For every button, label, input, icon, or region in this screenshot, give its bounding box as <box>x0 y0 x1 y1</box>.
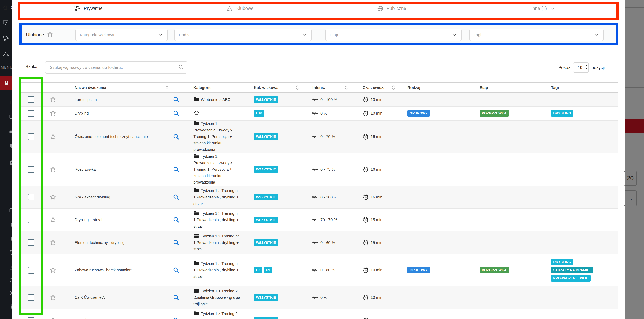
preview-icon[interactable] <box>173 134 180 140</box>
preview-icon[interactable] <box>173 267 180 274</box>
select-placeholder: Rodzaj <box>179 32 192 37</box>
sort-icon[interactable] <box>165 85 169 90</box>
star-icon[interactable] <box>49 317 57 319</box>
filter-select-rodzaj[interactable]: Rodzaj <box>174 29 312 41</box>
star-icon[interactable] <box>49 266 57 274</box>
star-icon[interactable] <box>49 216 57 224</box>
star-icon[interactable] <box>49 194 57 201</box>
star-icon[interactable] <box>49 166 57 173</box>
star-icon[interactable] <box>46 31 54 38</box>
cell-preview <box>173 106 188 120</box>
age-badges: WSZYSTKIE <box>254 96 278 103</box>
category-text: Tydzien 1. Prowadzenia i zwody > Trening… <box>194 122 233 152</box>
sort-icon[interactable] <box>295 85 300 90</box>
tab-klubowe[interactable]: Klubowe <box>164 0 316 18</box>
preview-icon[interactable] <box>173 110 180 117</box>
exercise-name[interactable]: Lorem ipsum <box>75 98 97 102</box>
spinner-icon[interactable] <box>585 64 588 71</box>
star-icon[interactable] <box>49 133 57 140</box>
filter-select-tagi[interactable]: Tagi <box>470 29 604 41</box>
sort-icon[interactable] <box>165 85 169 90</box>
star-icon[interactable] <box>49 110 57 117</box>
preview-icon[interactable] <box>173 317 180 319</box>
preview-icon[interactable] <box>173 96 180 103</box>
header-age[interactable]: Kat. wiekowa <box>246 83 303 92</box>
star-icon[interactable] <box>49 294 57 301</box>
star-icon[interactable] <box>49 194 57 201</box>
sort-icon[interactable] <box>391 85 396 90</box>
row-checkbox[interactable] <box>28 294 34 301</box>
preview-icon[interactable] <box>173 216 180 223</box>
star-icon[interactable] <box>49 239 57 246</box>
cell-intensity: 0 % <box>303 106 352 120</box>
preview-icon[interactable] <box>173 110 180 117</box>
star-icon[interactable] <box>49 110 57 117</box>
row-checkbox[interactable] <box>28 267 34 274</box>
star-icon[interactable] <box>49 166 57 173</box>
exercise-name[interactable]: Cz.G Ćwiczenie B <box>75 318 106 319</box>
page-size-input[interactable] <box>576 65 584 70</box>
preview-icon[interactable] <box>173 166 180 173</box>
filter-select-kategoria-wiekowa[interactable]: Kategoria wiekowa <box>76 29 168 41</box>
sort-icon[interactable] <box>344 85 349 90</box>
header-czas[interactable]: Czas ćwicz. <box>352 83 399 92</box>
category-path: Tydzien 1. Prowadzenia i zwody > Trening… <box>194 120 242 153</box>
exercise-name[interactable]: Cz.K Ćwiczenie A <box>75 295 105 300</box>
star-icon[interactable] <box>49 216 57 224</box>
preview-icon[interactable] <box>173 166 180 173</box>
row-checkbox[interactable] <box>28 96 34 103</box>
row-checkbox[interactable] <box>28 134 34 140</box>
sort-icon[interactable] <box>391 85 396 90</box>
row-checkbox[interactable] <box>28 166 34 173</box>
stepper-arrows-icon[interactable] <box>585 64 588 70</box>
preview-icon[interactable] <box>173 239 180 246</box>
pagination-label-before: Pokaż <box>558 65 570 70</box>
sort-icon[interactable] <box>344 85 349 90</box>
sort-icon[interactable] <box>295 85 300 90</box>
tab-inne-1-[interactable]: Inne (1) <box>467 0 619 18</box>
tab-prywatne[interactable]: Prywatne <box>12 0 164 18</box>
header-int[interactable]: Intens. <box>303 83 352 92</box>
star-icon[interactable] <box>49 294 57 301</box>
row-checkbox[interactable] <box>28 110 34 117</box>
star-icon[interactable] <box>46 31 54 40</box>
cell-category: Tydzien 1 > Trening 2. Działania Grupowe… <box>188 309 246 319</box>
favorites-toggle[interactable]: Ulubione <box>26 25 54 45</box>
star-icon[interactable] <box>49 266 57 274</box>
row-checkbox[interactable] <box>28 317 34 319</box>
exercise-name[interactable]: Element techniczny - drybling <box>75 240 125 245</box>
filter-select-etap[interactable]: Etap <box>325 29 462 41</box>
exercise-name[interactable]: Rozgrzewka <box>75 167 96 172</box>
exercise-name[interactable]: Gra - akcent drybling <box>75 195 110 200</box>
cell-tags <box>542 209 618 231</box>
star-icon[interactable] <box>49 133 57 140</box>
row-checkbox[interactable] <box>28 239 34 246</box>
tab-publiczne[interactable]: Publiczne <box>316 0 467 18</box>
exercise-name[interactable]: Drybling + strzał <box>75 218 102 222</box>
preview-icon[interactable] <box>173 239 180 246</box>
preview-icon[interactable] <box>173 294 180 301</box>
exercise-name[interactable]: Zabawa ruchowa "berek samolot" <box>75 268 132 272</box>
preview-icon[interactable] <box>173 294 180 301</box>
preview-icon[interactable] <box>173 194 180 200</box>
intensity-value: 0 % <box>312 110 327 116</box>
exercise-name[interactable]: Ćwiczenie - element technicznyt nauczani… <box>75 134 148 139</box>
cell-checkbox <box>20 93 42 106</box>
preview-icon[interactable] <box>173 317 180 319</box>
row-checkbox[interactable] <box>28 216 34 223</box>
row-checkbox[interactable] <box>28 194 34 200</box>
star-icon[interactable] <box>49 239 57 246</box>
preview-icon[interactable] <box>173 267 180 274</box>
search-input[interactable] <box>45 61 187 74</box>
preview-icon[interactable] <box>173 96 180 103</box>
star-icon[interactable] <box>49 317 57 319</box>
star-icon[interactable] <box>49 96 57 103</box>
exercise-name[interactable]: Drybling <box>75 111 89 116</box>
preview-icon[interactable] <box>173 194 180 200</box>
header-label: Czas ćwicz. <box>362 86 384 90</box>
header-name[interactable]: Nazwa ćwiczenia <box>63 83 173 92</box>
preview-icon[interactable] <box>173 134 180 140</box>
preview-icon[interactable] <box>173 216 180 223</box>
intensity-icon <box>312 318 319 319</box>
star-icon[interactable] <box>49 96 57 103</box>
